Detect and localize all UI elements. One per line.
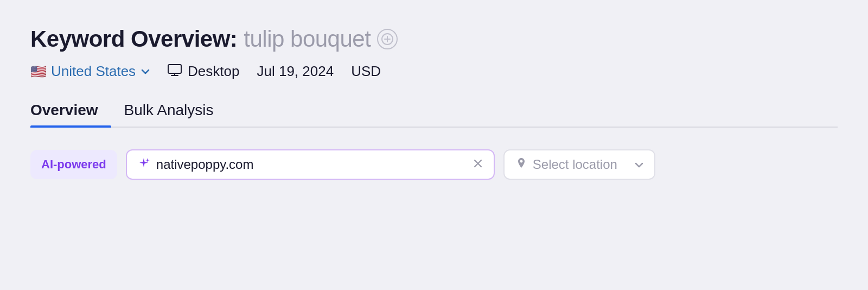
page-title-prefix: Keyword Overview: [30, 26, 237, 52]
tab-overview[interactable]: Overview [30, 95, 111, 127]
title-row: Keyword Overview: tulip bouquet [30, 26, 838, 52]
currency-label: USD [351, 63, 381, 80]
desktop-icon [167, 64, 182, 80]
domain-search-input-container[interactable]: nativepoppy.com [126, 149, 495, 180]
domain-search-value: nativepoppy.com [156, 157, 467, 172]
meta-row: 🇺🇸 United States Deskt [30, 63, 838, 80]
add-keyword-button[interactable] [377, 29, 398, 49]
currency-item: USD [351, 63, 381, 80]
ai-powered-badge: AI-powered [30, 150, 117, 179]
country-name: United States [51, 63, 136, 80]
flag-icon: 🇺🇸 [30, 64, 47, 79]
country-chevron-icon [141, 65, 150, 78]
device-label: Desktop [188, 63, 239, 80]
tabs-section: Overview Bulk Analysis [30, 95, 838, 128]
page-container: Keyword Overview: tulip bouquet 🇺🇸 Unite… [0, 0, 868, 290]
location-pin-icon [515, 157, 527, 172]
tab-bulk-analysis[interactable]: Bulk Analysis [124, 95, 227, 127]
svg-rect-3 [168, 65, 181, 73]
ai-section: AI-powered nativepoppy.com [30, 149, 838, 180]
tabs-row: Overview Bulk Analysis [30, 95, 838, 128]
header-section: Keyword Overview: tulip bouquet 🇺🇸 Unite… [30, 26, 838, 80]
page-title-query: tulip bouquet [244, 26, 371, 52]
country-selector[interactable]: 🇺🇸 United States [30, 63, 150, 80]
clear-search-button[interactable] [473, 159, 483, 171]
date-label: Jul 19, 2024 [257, 63, 334, 80]
date-item: Jul 19, 2024 [257, 63, 334, 80]
location-placeholder: Select location [533, 157, 629, 172]
location-selector[interactable]: Select location [503, 149, 655, 180]
sparkle-icon [138, 157, 150, 172]
device-item: Desktop [167, 63, 239, 80]
location-chevron-icon [635, 159, 643, 171]
